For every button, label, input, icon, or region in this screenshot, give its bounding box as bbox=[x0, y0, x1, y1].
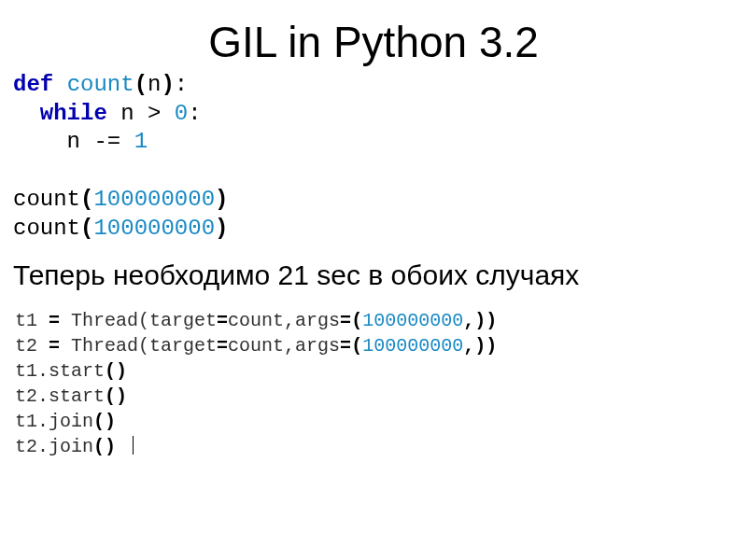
t1-lhs: t1 bbox=[15, 310, 49, 331]
tuple-close: ,)) bbox=[463, 335, 497, 357]
thread-call: Thread(target bbox=[60, 335, 217, 357]
literal-bignum: 100000000 bbox=[93, 216, 215, 241]
parens: () bbox=[105, 360, 127, 382]
t2-lhs: t2 bbox=[15, 335, 49, 357]
colon: : bbox=[188, 101, 201, 126]
keyword-def: def bbox=[13, 72, 53, 97]
cond-var: n bbox=[120, 101, 134, 126]
paren-open: ( bbox=[134, 72, 148, 97]
paren-open: ( bbox=[351, 310, 362, 331]
keyword-while: while bbox=[40, 101, 107, 126]
code-block-sequential: def count(n): while n > 0: n -= 1 count(… bbox=[13, 71, 738, 243]
t1-start: t1.start bbox=[15, 360, 105, 382]
literal-one: 1 bbox=[134, 129, 148, 154]
paren-open: ( bbox=[80, 216, 93, 241]
result-text: Теперь необходимо 21 sec в обоих случаях bbox=[13, 259, 738, 291]
paren-open: ( bbox=[351, 335, 362, 357]
param-n: n bbox=[148, 72, 161, 97]
paren-close: ) bbox=[161, 72, 174, 97]
paren-open: ( bbox=[80, 187, 93, 212]
slide: GIL in Python 3.2 def count(n): while n … bbox=[0, 0, 747, 560]
op-eq: = bbox=[49, 310, 60, 331]
parens: () bbox=[93, 411, 116, 432]
tuple-close: ,)) bbox=[463, 310, 497, 331]
t1-join: t1.join bbox=[15, 411, 93, 432]
op-eq: = bbox=[340, 335, 351, 357]
literal-bignum: 100000000 bbox=[362, 310, 463, 331]
op-eq: = bbox=[49, 335, 60, 357]
thread-args: count,args bbox=[228, 335, 340, 357]
slide-title: GIL in Python 3.2 bbox=[9, 17, 738, 67]
paren-close: ) bbox=[215, 187, 228, 212]
thread-args: count,args bbox=[228, 310, 340, 331]
call-count-2: count bbox=[13, 216, 80, 241]
function-name: count bbox=[67, 72, 134, 97]
op-eq: = bbox=[217, 310, 228, 331]
literal-zero: 0 bbox=[175, 101, 188, 126]
op-eq: = bbox=[217, 335, 228, 357]
literal-bignum: 100000000 bbox=[93, 187, 215, 212]
body-var: n bbox=[67, 129, 80, 154]
thread-call: Thread(target bbox=[60, 310, 217, 331]
parens: () bbox=[105, 385, 127, 407]
op-minus-eq: -= bbox=[93, 129, 120, 154]
op-eq: = bbox=[340, 310, 351, 331]
literal-bignum: 100000000 bbox=[362, 335, 463, 357]
t2-start: t2.start bbox=[15, 385, 105, 407]
paren-close: ) bbox=[215, 216, 228, 241]
op-gt: > bbox=[148, 101, 161, 126]
call-count-1: count bbox=[13, 187, 80, 212]
t2-join: t2.join bbox=[15, 436, 93, 457]
colon: : bbox=[175, 72, 188, 97]
text-cursor-icon bbox=[133, 436, 134, 455]
parens: () bbox=[93, 436, 116, 457]
code-block-threaded: t1 = Thread(target=count,args=(100000000… bbox=[15, 308, 738, 459]
